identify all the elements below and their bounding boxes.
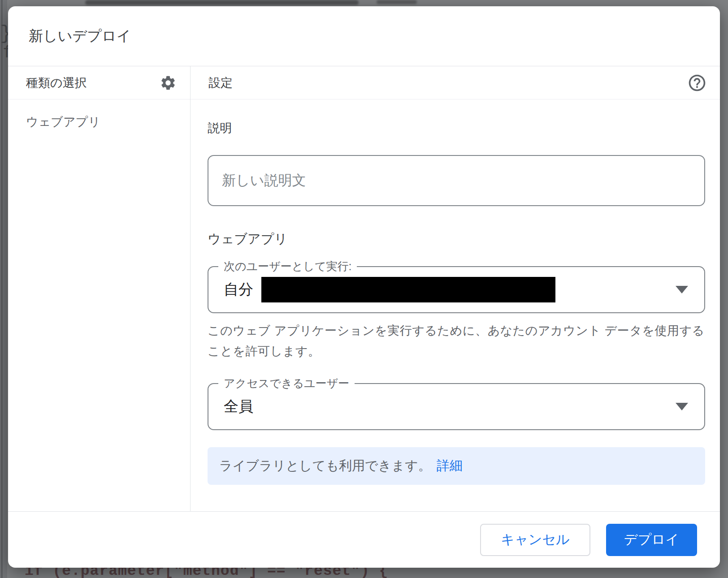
settings-form: 説明 ウェブアプリ 次のユーザーとして実行: 自分 このウェブ アプリケーション… xyxy=(191,99,720,511)
settings-header: 設定 xyxy=(191,66,720,99)
dialog-title: 新しいデプロイ xyxy=(8,6,720,66)
sidebar-header-label: 種類の選択 xyxy=(26,75,87,91)
dialog-footer: キャンセル デプロイ xyxy=(8,511,720,568)
deployment-type-sidebar: 種類の選択 ウェブアプリ xyxy=(8,66,191,511)
help-button[interactable] xyxy=(687,73,707,93)
execute-as-helper-text: このウェブ アプリケーションを実行するために、あなたのアカウント データを使用す… xyxy=(208,320,705,362)
description-input[interactable] xyxy=(208,155,705,206)
cancel-button[interactable]: キャンセル xyxy=(480,524,590,556)
help-icon xyxy=(687,73,707,93)
new-deployment-dialog: 新しいデプロイ 種類の選択 ウェブアプリ 設定 xyxy=(8,6,720,568)
execute-as-row: 自分 xyxy=(208,272,704,307)
access-legend: アクセスできるユーザー xyxy=(218,378,355,389)
redacted-email-box xyxy=(261,277,555,302)
dropdown-arrow-icon xyxy=(676,286,688,293)
execute-as-value: 自分 xyxy=(224,280,253,300)
sidebar-header: 種類の選択 xyxy=(8,66,190,99)
library-details-link[interactable]: 詳細 xyxy=(437,457,463,475)
editor-blurred-code-line xyxy=(85,0,359,5)
gear-icon xyxy=(160,74,177,91)
library-banner: ライブラリとしても利用できます。 詳細 xyxy=(208,447,705,485)
web-app-section-title: ウェブアプリ xyxy=(208,230,705,248)
dropdown-arrow-icon xyxy=(676,403,688,410)
deploy-button[interactable]: デプロイ xyxy=(606,524,697,556)
library-banner-text: ライブラリとしても利用できます。 xyxy=(219,457,431,475)
settings-header-label: 設定 xyxy=(208,75,233,91)
access-value: 全員 xyxy=(224,397,253,417)
editor-gutter-line xyxy=(1,0,3,578)
sidebar-item-web-app[interactable]: ウェブアプリ xyxy=(8,99,190,144)
execute-as-legend: 次のユーザーとして実行: xyxy=(218,261,357,272)
access-select[interactable]: アクセスできるユーザー 全員 xyxy=(208,378,705,430)
dialog-body: 種類の選択 ウェブアプリ 設定 xyxy=(8,66,720,511)
editor-blurred-code-fragment xyxy=(377,0,417,4)
execute-as-select[interactable]: 次のユーザーとして実行: 自分 xyxy=(208,261,705,313)
deployment-type-settings-button[interactable] xyxy=(158,73,178,93)
description-label: 説明 xyxy=(208,120,705,136)
access-row: 全員 xyxy=(208,389,704,424)
settings-panel: 設定 説明 ウェブアプリ 次のユーザーとして実行: 自分 xyxy=(191,66,720,511)
